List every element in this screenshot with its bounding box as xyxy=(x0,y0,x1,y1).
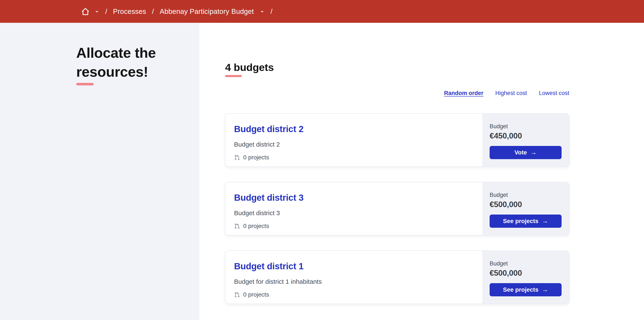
breadcrumb-separator: / xyxy=(270,7,272,16)
title-accent xyxy=(76,83,94,85)
see-projects-button-label: See projects xyxy=(503,286,538,293)
main-content: 4 budgets Random order Highest cost Lowe… xyxy=(199,23,644,320)
breadcrumb-link-process[interactable]: Abbenay Participatory Budget xyxy=(160,8,254,16)
process-dropdown-toggle[interactable] xyxy=(260,9,265,14)
heading-accent xyxy=(225,75,242,77)
sidebar: Allocate the resources! xyxy=(0,23,199,320)
budget-card-description: Budget for district 1 inhabitants xyxy=(234,278,474,285)
page-title: Allocate the resources! xyxy=(76,43,168,81)
home-link[interactable] xyxy=(80,7,90,16)
projects-count-label: 0 projects xyxy=(243,223,269,229)
projects-count: 0 projects xyxy=(234,154,474,161)
budget-card: Budget district 3 Budget district 3 xyxy=(225,182,569,235)
projects-count: 0 projects xyxy=(234,291,474,298)
budget-label: Budget xyxy=(490,260,562,267)
budget-summary: Budget €450,000 Vote → xyxy=(482,114,569,166)
breadcrumb-separator: / xyxy=(105,7,107,16)
breadcrumb: / Processes / Abbenay Participatory Budg… xyxy=(0,0,644,23)
budget-card-list: Budget district 2 Budget district 2 xyxy=(225,113,569,317)
budget-card-main: Budget district 3 Budget district 3 xyxy=(226,182,482,235)
projects-count-label: 0 projects xyxy=(243,154,269,161)
breadcrumb-separator: / xyxy=(152,7,154,16)
budget-card-title[interactable]: Budget district 1 xyxy=(234,261,304,271)
budget-label: Budget xyxy=(490,192,562,198)
projects-count-label: 0 projects xyxy=(243,291,269,298)
budget-card-main: Budget district 1 Budget for district 1 … xyxy=(226,251,482,303)
vote-button[interactable]: Vote → xyxy=(490,146,562,159)
budget-card-description: Budget district 3 xyxy=(234,209,474,217)
see-projects-button-label: See projects xyxy=(503,218,538,225)
home-dropdown-toggle[interactable] xyxy=(94,9,100,14)
budget-card: Budget district 2 Budget district 2 xyxy=(225,113,569,167)
budget-label: Budget xyxy=(490,123,562,130)
arrow-right-icon: → xyxy=(542,286,548,293)
git-pull-request-icon xyxy=(234,154,240,161)
arrow-right-icon: → xyxy=(542,218,548,224)
budget-card-main: Budget district 2 Budget district 2 xyxy=(226,114,482,166)
see-projects-button[interactable]: See projects → xyxy=(490,283,562,296)
sort-option-random-order[interactable]: Random order xyxy=(444,90,484,97)
budget-amount: €500,000 xyxy=(490,200,562,209)
home-icon xyxy=(80,7,90,16)
breadcrumb-link-processes[interactable]: Processes xyxy=(113,8,146,16)
sort-option-highest-cost[interactable]: Highest cost xyxy=(495,90,527,97)
budget-card-title[interactable]: Budget district 2 xyxy=(234,124,304,134)
sort-option-lowest-cost[interactable]: Lowest cost xyxy=(539,90,569,97)
arrow-right-icon: → xyxy=(530,149,537,156)
sort-options: Random order Highest cost Lowest cost xyxy=(225,90,569,97)
budget-card-description: Budget district 2 xyxy=(234,140,474,148)
projects-count: 0 projects xyxy=(234,223,474,229)
vote-button-label: Vote xyxy=(514,149,527,156)
budget-card-title[interactable]: Budget district 3 xyxy=(234,193,304,203)
budget-amount: €500,000 xyxy=(490,269,562,278)
chevron-down-icon xyxy=(94,9,100,14)
budget-summary: Budget €500,000 See projects → xyxy=(482,251,569,303)
budget-summary: Budget €500,000 See projects → xyxy=(482,182,569,235)
chevron-down-icon xyxy=(260,9,265,14)
git-pull-request-icon xyxy=(234,223,240,229)
page-body: Allocate the resources! 4 budgets Random… xyxy=(0,23,644,320)
budgets-count-heading: 4 budgets xyxy=(225,61,569,74)
see-projects-button[interactable]: See projects → xyxy=(490,214,562,228)
git-pull-request-icon xyxy=(234,292,240,298)
budget-amount: €450,000 xyxy=(490,131,562,140)
budget-card: Budget district 1 Budget for district 1 … xyxy=(225,250,569,304)
